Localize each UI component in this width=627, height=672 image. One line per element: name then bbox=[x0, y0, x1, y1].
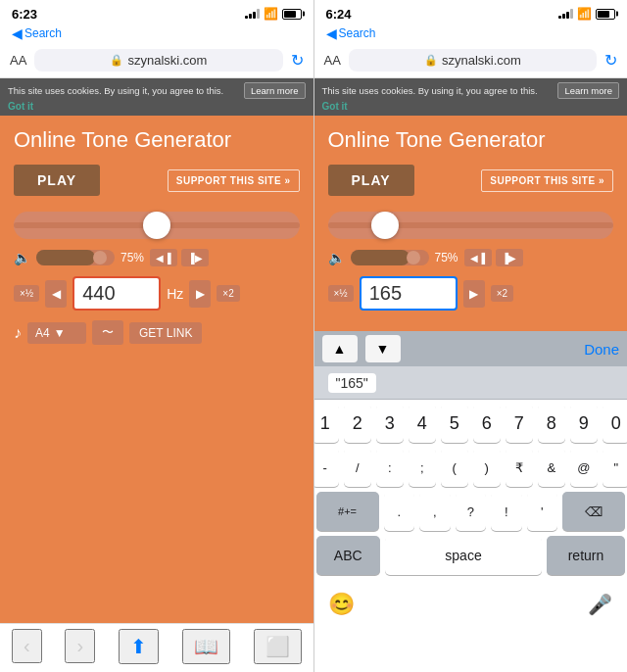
right-double-button[interactable]: ×2 bbox=[491, 285, 513, 302]
right-page-title: Online Tone Generator bbox=[328, 127, 614, 153]
left-nav-tabs-button[interactable]: ⬜ bbox=[254, 629, 302, 664]
left-get-link-button[interactable]: GET LINK bbox=[129, 322, 202, 344]
right-phone-panel: 6:24 📶 ◀ Search AA 🔒 szynalski.com ↻ Thi… bbox=[314, 0, 628, 672]
key-colon[interactable]: : bbox=[376, 448, 404, 487]
right-arrow-down-button[interactable]: ▼ bbox=[365, 335, 401, 362]
key-6[interactable]: 6 bbox=[473, 404, 501, 443]
left-freq-input[interactable] bbox=[72, 276, 161, 311]
right-cookie-banner: This site uses cookies. By using it, you… bbox=[314, 78, 628, 116]
right-back-arrow-icon: ◀ bbox=[326, 25, 337, 41]
left-status-icons: 📶 bbox=[245, 7, 302, 21]
left-aa-button[interactable]: AA bbox=[10, 53, 26, 68]
right-half-button[interactable]: ×½ bbox=[328, 285, 354, 302]
right-freq-up-button[interactable]: ▶ bbox=[463, 280, 485, 308]
right-freq-input[interactable] bbox=[360, 276, 458, 311]
key-hashtag-button[interactable]: #+= bbox=[316, 492, 379, 531]
left-vol-down-button[interactable]: ◀▐ bbox=[150, 249, 177, 266]
right-controls-row: PLAY SUPPORT THIS SITE » bbox=[328, 165, 614, 196]
right-refresh-icon[interactable]: ↻ bbox=[604, 51, 617, 70]
left-double-button[interactable]: ×2 bbox=[217, 285, 239, 302]
left-note-select[interactable]: A4 ▼ bbox=[27, 322, 86, 344]
left-freq-down-button[interactable]: ◀ bbox=[45, 280, 67, 308]
left-half-button[interactable]: ×½ bbox=[14, 285, 39, 302]
right-main-content: Online Tone Generator PLAY SUPPORT THIS … bbox=[314, 116, 628, 331]
right-volume-slider[interactable] bbox=[351, 250, 429, 265]
key-exclamation[interactable]: ! bbox=[491, 492, 522, 531]
left-volume-slider[interactable] bbox=[36, 250, 115, 265]
left-nav-bookmarks-button[interactable]: 📖 bbox=[182, 629, 230, 664]
key-1[interactable]: 1 bbox=[314, 404, 339, 443]
left-nav-forward-button[interactable]: › bbox=[65, 629, 95, 663]
right-keyboard-toolbar: ▲ ▼ Done bbox=[314, 331, 628, 366]
right-volume-thumb bbox=[407, 251, 420, 264]
right-support-button[interactable]: SUPPORT THIS SITE » bbox=[481, 169, 613, 192]
left-play-button[interactable]: PLAY bbox=[14, 165, 100, 196]
right-arrow-up-button[interactable]: ▲ bbox=[322, 335, 358, 362]
right-volume-percent: 75% bbox=[435, 251, 458, 264]
right-got-it-button[interactable]: Got it bbox=[322, 100, 348, 113]
key-7[interactable]: 7 bbox=[506, 404, 533, 443]
key-5[interactable]: 5 bbox=[441, 404, 468, 443]
right-keyboard-done-button[interactable]: Done bbox=[584, 341, 619, 358]
right-vol-down-button[interactable]: ◀▐ bbox=[464, 249, 492, 266]
left-freq-slider[interactable] bbox=[14, 212, 300, 239]
left-back-arrow-icon: ◀ bbox=[12, 25, 23, 41]
key-abc-button[interactable]: ABC bbox=[316, 536, 381, 575]
right-play-button[interactable]: PLAY bbox=[328, 165, 414, 196]
left-freq-slider-track bbox=[14, 222, 300, 228]
left-support-button[interactable]: SUPPORT THIS SITE » bbox=[168, 169, 300, 192]
right-freq-slider[interactable] bbox=[328, 212, 614, 239]
left-wave-button[interactable]: 〜 bbox=[92, 320, 123, 345]
key-8[interactable]: 8 bbox=[538, 404, 565, 443]
left-vol-up-button[interactable]: ▐▶ bbox=[181, 249, 209, 266]
right-emoji-button[interactable]: 😊 bbox=[320, 587, 363, 622]
left-got-it-button[interactable]: Got it bbox=[8, 100, 33, 113]
left-address-bar: AA 🔒 szynalski.com ↻ bbox=[0, 43, 314, 78]
key-semicolon[interactable]: ; bbox=[409, 448, 436, 487]
left-freq-up-button[interactable]: ▶ bbox=[189, 280, 211, 308]
key-quote[interactable]: " bbox=[603, 448, 627, 487]
left-browser-back[interactable]: ◀ Search bbox=[0, 24, 314, 43]
left-nav-back-button[interactable]: ‹ bbox=[12, 629, 42, 663]
right-learn-more-button[interactable]: Learn more bbox=[557, 82, 619, 99]
key-3[interactable]: 3 bbox=[376, 404, 404, 443]
key-space-button[interactable]: space bbox=[385, 536, 542, 575]
left-url-bar[interactable]: 🔒 szynalski.com bbox=[34, 49, 282, 72]
key-9[interactable]: 9 bbox=[570, 404, 598, 443]
right-lock-icon: 🔒 bbox=[424, 54, 438, 67]
key-apostrophe[interactable]: ' bbox=[527, 492, 558, 531]
right-aa-button[interactable]: AA bbox=[324, 53, 341, 68]
right-battery-icon bbox=[596, 9, 615, 20]
key-paren-open[interactable]: ( bbox=[441, 448, 468, 487]
key-return-button[interactable]: return bbox=[547, 536, 625, 575]
key-2[interactable]: 2 bbox=[344, 404, 371, 443]
left-freq-slider-thumb bbox=[143, 212, 170, 239]
key-at[interactable]: @ bbox=[570, 448, 598, 487]
key-ampersand[interactable]: & bbox=[538, 448, 565, 487]
right-vol-up-button[interactable]: ▐▶ bbox=[496, 249, 523, 266]
right-mic-button[interactable]: 🎤 bbox=[578, 587, 621, 622]
left-refresh-icon[interactable]: ↻ bbox=[291, 51, 304, 70]
left-note-value: A4 bbox=[35, 326, 50, 340]
left-time: 6:23 bbox=[12, 7, 37, 22]
key-backspace[interactable]: ⌫ bbox=[562, 492, 625, 531]
key-minus[interactable]: - bbox=[314, 448, 339, 487]
key-period[interactable]: . bbox=[384, 492, 415, 531]
key-comma[interactable]: , bbox=[419, 492, 451, 531]
right-browser-back[interactable]: ◀ Search bbox=[314, 24, 628, 43]
left-status-bar: 6:23 📶 bbox=[0, 0, 314, 24]
left-learn-more-button[interactable]: Learn more bbox=[244, 82, 306, 99]
key-slash[interactable]: / bbox=[344, 448, 371, 487]
key-question[interactable]: ? bbox=[456, 492, 487, 531]
left-nav-share-button[interactable]: ⬆ bbox=[119, 629, 159, 664]
right-cookie-row: This site uses cookies. By using it, you… bbox=[322, 82, 620, 99]
key-0[interactable]: 0 bbox=[603, 404, 627, 443]
key-4[interactable]: 4 bbox=[409, 404, 436, 443]
key-rupee[interactable]: ₹ bbox=[506, 448, 533, 487]
left-main-content: Online Tone Generator PLAY SUPPORT THIS … bbox=[0, 116, 314, 623]
right-url-text: szynalski.com bbox=[442, 53, 521, 68]
left-note-row: ♪ A4 ▼ 〜 GET LINK bbox=[14, 320, 300, 345]
right-url-bar[interactable]: 🔒 szynalski.com bbox=[349, 49, 597, 72]
key-paren-close[interactable]: ) bbox=[473, 448, 501, 487]
right-freq-row: ×½ ▶ ×2 bbox=[328, 276, 614, 311]
